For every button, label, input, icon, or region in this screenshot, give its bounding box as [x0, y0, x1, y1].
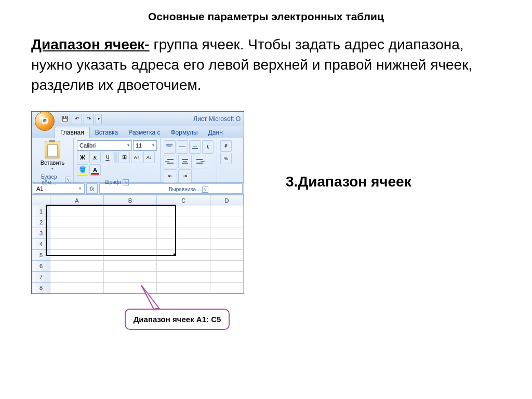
paste-button[interactable]: Вставить ▾: [34, 139, 71, 173]
fill-handle[interactable]: [174, 254, 176, 256]
redo-icon[interactable]: ↷: [84, 114, 94, 124]
tab-data[interactable]: Данн: [203, 127, 228, 138]
row-header[interactable]: 7: [32, 271, 50, 282]
fill-color-button[interactable]: 🪣: [77, 164, 88, 176]
title-bar: ⊞ 💾 ↶ ↷ ▾ Лист Microsoft O: [32, 112, 244, 126]
excel-screenshot: ⊞ 💾 ↶ ↷ ▾ Лист Microsoft O Главная Встав…: [31, 111, 244, 294]
paste-icon: [45, 141, 60, 158]
align-center-button[interactable]: [178, 155, 192, 168]
ribbon-tabs: Главная Вставка Разметка с Формулы Данн: [32, 126, 244, 138]
col-header[interactable]: D: [210, 195, 243, 206]
office-button[interactable]: ⊞: [35, 111, 55, 131]
undo-icon[interactable]: ↶: [72, 114, 82, 124]
font-color-button[interactable]: А: [89, 164, 101, 176]
quick-access-toolbar: 💾 ↶ ↷ ▾: [60, 114, 102, 124]
dialog-launcher-icon[interactable]: ⤡: [123, 179, 129, 185]
row-header[interactable]: 8: [32, 282, 50, 293]
row-header[interactable]: 5: [32, 249, 50, 260]
save-icon[interactable]: 💾: [60, 114, 70, 124]
callout-box: Диапазон ячеек A1: С5: [125, 309, 230, 330]
shrink-font-button[interactable]: A↓: [143, 152, 155, 163]
row-header[interactable]: 2: [32, 217, 50, 228]
row-header[interactable]: 4: [32, 238, 50, 249]
clipboard-group-label: Буфер обм…: [34, 174, 64, 185]
decrease-indent-button[interactable]: ⇤: [164, 169, 177, 183]
paste-label: Вставить: [41, 159, 65, 166]
row-header[interactable]: 3: [32, 228, 50, 238]
percent-button[interactable]: %: [220, 153, 232, 164]
grow-font-button[interactable]: A↑: [131, 152, 142, 163]
tab-layout[interactable]: Разметка с: [123, 127, 165, 138]
term: Диапазон ячеек-: [31, 36, 150, 52]
window-title: Лист Microsoft O: [193, 115, 241, 123]
font-name-combo[interactable]: Calibri▾: [77, 140, 132, 151]
font-group: Calibri▾ 11▾ Ж К Ч ⊞ A↑ A↓: [74, 138, 161, 182]
currency-button[interactable]: ₽: [220, 140, 232, 152]
slide-title: Основные параметры электронных таблиц: [31, 10, 501, 23]
alignment-group: ⤹ ⇤ ⇥ Выравнива…⤡: [161, 138, 217, 182]
align-top-button[interactable]: [164, 140, 176, 154]
font-size-combo[interactable]: 11▾: [133, 140, 157, 151]
col-header[interactable]: B: [103, 195, 157, 206]
orientation-button[interactable]: ⤹: [202, 140, 214, 154]
row-header[interactable]: 1: [32, 206, 50, 217]
worksheet-grid[interactable]: A B C D 1 2 3 4 5 6 7 8: [32, 195, 244, 294]
dialog-launcher-icon[interactable]: ⤡: [202, 187, 208, 193]
border-button[interactable]: ⊞: [118, 152, 130, 163]
bold-button[interactable]: Ж: [77, 152, 88, 163]
qat-dropdown-icon[interactable]: ▾: [96, 114, 102, 124]
ribbon: Вставить ▾ Буфер обм…⤡ Calibri▾ 11▾ Ж К: [32, 138, 244, 183]
number-group: ₽ %: [217, 138, 244, 182]
underline-button[interactable]: Ч: [102, 152, 113, 163]
align-right-button[interactable]: [193, 155, 206, 168]
section-heading: 3.Диапазон ячеек: [265, 111, 501, 190]
col-header[interactable]: A: [50, 195, 104, 206]
tab-home[interactable]: Главная: [55, 127, 90, 138]
row-header[interactable]: 6: [32, 260, 50, 271]
select-all-corner[interactable]: [32, 195, 50, 206]
tab-formulas[interactable]: Формулы: [166, 127, 203, 138]
increase-indent-button[interactable]: ⇥: [178, 169, 192, 183]
italic-button[interactable]: К: [89, 152, 101, 163]
body-paragraph: Диапазон ячеек- группа ячеек. Чтобы зада…: [31, 34, 501, 96]
col-header[interactable]: C: [157, 195, 210, 206]
clipboard-group: Вставить ▾ Буфер обм…⤡: [32, 138, 74, 182]
font-group-label: Шрифт: [105, 179, 122, 185]
align-left-button[interactable]: [164, 155, 177, 168]
alignment-group-label: Выравнива…: [169, 187, 201, 192]
align-bottom-button[interactable]: [189, 140, 201, 154]
tab-insert[interactable]: Вставка: [90, 127, 124, 138]
dialog-launcher-icon[interactable]: ⤡: [65, 177, 71, 183]
align-middle-button[interactable]: [177, 140, 189, 154]
